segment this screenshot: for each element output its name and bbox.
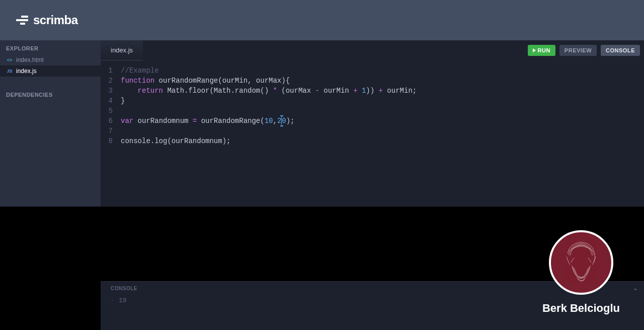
run-button-label: RUN (538, 47, 550, 53)
sidebar: EXPLORER <> index.html JS index.js DEPEN… (0, 40, 101, 207)
avatar[interactable] (549, 230, 613, 295)
app-header: scrimba (0, 0, 644, 40)
brand-logo[interactable]: scrimba (16, 13, 78, 27)
sidebar-item-index-html[interactable]: <> index.html (0, 54, 101, 65)
preview-button[interactable]: PREVIEW (559, 45, 597, 56)
text-cursor (281, 117, 282, 125)
sidebar-item-index-js[interactable]: JS index.js (0, 65, 101, 77)
file-label: index.html (16, 56, 44, 63)
js-file-icon: JS (6, 69, 13, 74)
line-number: 6 (101, 116, 121, 126)
line-number: 2 (101, 76, 121, 86)
run-button[interactable]: RUN (528, 45, 555, 56)
line-number: 1 (101, 65, 121, 76)
brand-name: scrimba (33, 13, 78, 27)
instructor-profile: Berk Belcioglu (542, 230, 620, 315)
explorer-header: EXPLORER (0, 40, 101, 54)
line-number: 5 (101, 106, 121, 116)
chevron-down-icon[interactable]: ⌄ (633, 285, 638, 292)
scrimba-icon (16, 16, 28, 25)
line-number: 4 (101, 96, 121, 106)
line-number: 8 (101, 136, 121, 146)
dependencies-header: DEPENDENCIES (0, 87, 101, 101)
main-area: EXPLORER <> index.html JS index.js DEPEN… (0, 40, 644, 207)
code-editor[interactable]: 1 //Example 2 function ourRandomRange(ou… (101, 60, 644, 207)
line-number: 7 (101, 126, 121, 136)
console-label: CONSOLE (111, 286, 137, 291)
tab-index-js[interactable]: index.js (101, 40, 143, 60)
instructor-name: Berk Belcioglu (542, 302, 620, 315)
console-prompt-icon: › (111, 298, 114, 303)
avatar-illustration-icon (558, 237, 604, 288)
editor-buttons: RUN PREVIEW CONSOLE (528, 45, 644, 56)
play-icon (533, 48, 536, 52)
html-file-icon: <> (6, 57, 13, 62)
console-button[interactable]: CONSOLE (601, 45, 640, 56)
editor-area: index.js RUN PREVIEW CONSOLE 1 //Example… (101, 40, 644, 207)
console-output-value: 19 (119, 297, 127, 304)
file-label: index.js (16, 68, 37, 75)
editor-tabs: index.js RUN PREVIEW CONSOLE (101, 40, 644, 60)
line-number: 3 (101, 86, 121, 96)
